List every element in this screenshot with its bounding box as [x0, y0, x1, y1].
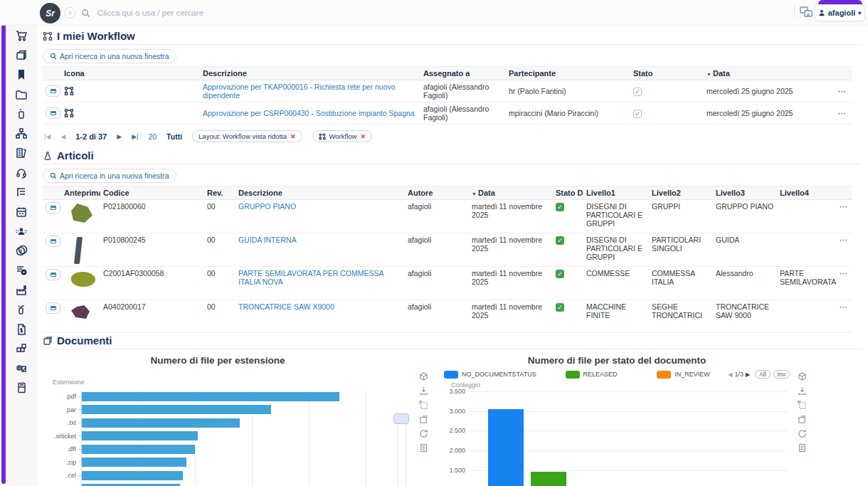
header-autore[interactable]: Autore [405, 186, 469, 200]
header-assegnato[interactable]: Assegnato a [420, 67, 506, 80]
legend-inverse-button[interactable]: Inv [773, 370, 790, 379]
data-view-icon[interactable] [419, 443, 428, 453]
factory-icon[interactable] [15, 284, 28, 297]
header-livello1[interactable]: Livello1 [583, 186, 649, 200]
legend-next-button[interactable]: ▶ [746, 371, 750, 378]
header-descrizione[interactable]: Descrizione [235, 186, 405, 200]
articolo-description-link[interactable]: PARTE SEMILAVORATA PER COMMESSA ITALIA N… [238, 269, 383, 286]
machine-icon[interactable] [15, 362, 28, 375]
user-button[interactable]: afagioli ▾ [814, 4, 865, 21]
team-icon[interactable] [15, 225, 28, 238]
list-tree-icon[interactable] [15, 186, 28, 199]
archive-icon[interactable] [15, 147, 28, 159]
invoice-icon[interactable] [15, 323, 28, 336]
data-view-icon[interactable] [798, 443, 807, 453]
zoom-select-icon[interactable] [798, 401, 807, 410]
row-menu-button[interactable]: ⋯ [838, 109, 847, 117]
chip-close-icon[interactable]: ✕ [360, 133, 366, 140]
package-icon[interactable] [15, 49, 28, 62]
legend-prev-button[interactable]: ◀ [728, 371, 732, 378]
ext-bar[interactable] [82, 458, 186, 467]
header-rev[interactable]: Rev. [204, 186, 235, 200]
workflow-filter-chip[interactable]: Workflow ✕ [312, 130, 372, 142]
translate-icon[interactable] [800, 6, 813, 18]
show-all-button[interactable]: Tutti [166, 132, 182, 141]
workflow-description-link[interactable]: Approvazione per TKAP000016 - Richiesta … [203, 83, 396, 100]
list-status-icon[interactable] [15, 264, 28, 277]
cart-icon[interactable] [15, 29, 28, 42]
page-prev-button[interactable]: ◀ [60, 133, 65, 140]
articolo-row[interactable]: C2001AF0300058 00 PARTE SEMILAVORATA PER… [43, 267, 852, 300]
header-data[interactable]: ▼Data [469, 186, 553, 200]
extinguisher-icon[interactable] [15, 303, 28, 316]
ext-bar[interactable] [82, 471, 183, 480]
ext-bar[interactable] [82, 431, 198, 440]
row-menu-button[interactable]: ⋯ [840, 302, 848, 311]
download-icon[interactable] [419, 386, 428, 396]
workflow-description-link[interactable]: Approvazione per CSRP000430 - Sostituzio… [203, 109, 415, 117]
header-partecipante[interactable]: Partecipante [506, 67, 630, 80]
workflow-row[interactable]: Approvazione per TKAP000016 - Richiesta … [43, 80, 852, 102]
legend-item[interactable]: RELEASED [566, 371, 652, 379]
datazoom-slider[interactable] [393, 412, 411, 486]
cube-icon[interactable] [419, 372, 428, 381]
header-livello3[interactable]: Livello3 [713, 186, 777, 200]
row-menu-button[interactable]: ⋯ [840, 236, 848, 244]
expand-row-button[interactable] [46, 236, 60, 247]
zoom-reset-icon[interactable] [419, 415, 428, 424]
zoom-reset-icon[interactable] [798, 415, 807, 424]
beaker-icon[interactable] [15, 107, 28, 120]
ext-bar[interactable] [82, 445, 195, 454]
app-logo[interactable]: Sr [40, 3, 60, 23]
header-descrizione[interactable]: Descrizione [200, 67, 420, 80]
chip-close-icon[interactable]: ✕ [290, 133, 296, 140]
ext-bar[interactable] [82, 405, 271, 414]
legend-item[interactable]: NO_DOCUMENTSTATUS [444, 371, 560, 379]
legend-all-button[interactable]: All [755, 370, 770, 379]
expand-row-button[interactable] [46, 302, 60, 314]
header-icona[interactable]: Icona [61, 67, 200, 80]
page-last-button[interactable]: ▶| [132, 133, 138, 140]
articolo-row[interactable]: P010800245 00 GUIDA INTERNA afagioli mar… [43, 233, 852, 267]
page-size-selector[interactable]: 20 [148, 132, 157, 141]
page-next-button[interactable]: ▶ [117, 133, 122, 140]
coin-icon[interactable] [15, 245, 28, 258]
header-codice[interactable]: Codice [100, 186, 204, 200]
part-preview-image[interactable] [71, 204, 92, 223]
part-preview-image[interactable] [74, 237, 83, 264]
workflow-open-search-button[interactable]: Apri ricerca in una nuova finestra [43, 49, 176, 63]
articolo-description-link[interactable]: TRONCATRICE SAW X9000 [238, 302, 334, 311]
expand-row-button[interactable] [46, 85, 60, 97]
part-preview-image[interactable] [71, 305, 90, 319]
articolo-row[interactable]: P021800060 00 GRUPPO PIANO afagioli mart… [43, 200, 852, 233]
row-menu-button[interactable]: ⋯ [838, 87, 847, 95]
download-icon[interactable] [798, 386, 807, 396]
modules-icon[interactable] [15, 342, 28, 355]
header-data[interactable]: ▼Data [704, 67, 835, 80]
row-menu-button[interactable]: ⋯ [840, 202, 848, 211]
zoom-select-icon[interactable] [419, 401, 428, 410]
headset-icon[interactable] [15, 167, 28, 179]
bookmark-icon[interactable] [15, 68, 28, 81]
search-input[interactable] [96, 8, 736, 18]
calendar-icon[interactable] [15, 206, 28, 218]
ext-bar[interactable] [82, 392, 339, 401]
datazoom-handle[interactable] [393, 413, 409, 424]
ext-bar[interactable] [82, 418, 240, 428]
layout-chip[interactable]: Layout: Workflow vista ridotta ✕ [192, 130, 302, 142]
articoli-open-search-button[interactable]: Apri ricerca in una nuova finestra [43, 169, 176, 183]
row-menu-button[interactable]: ⋯ [840, 269, 848, 278]
header-stato[interactable]: Stato [630, 67, 704, 80]
refresh-icon[interactable] [419, 429, 428, 438]
folder-icon[interactable] [15, 88, 28, 101]
sitemap-icon[interactable] [15, 127, 28, 140]
status-bar[interactable] [531, 472, 566, 486]
workflow-row[interactable]: Approvazione per CSRP000430 - Sostituzio… [43, 102, 852, 125]
header-livello2[interactable]: Livello2 [649, 186, 713, 200]
header-livello4[interactable]: Livello4 [777, 186, 837, 200]
cube-icon[interactable] [798, 372, 807, 381]
header-anteprima[interactable]: Anteprima [61, 186, 100, 200]
expand-row-button[interactable] [46, 202, 60, 213]
legend-item[interactable]: IN_REVIEW [657, 371, 720, 379]
part-preview-image[interactable] [71, 272, 95, 287]
